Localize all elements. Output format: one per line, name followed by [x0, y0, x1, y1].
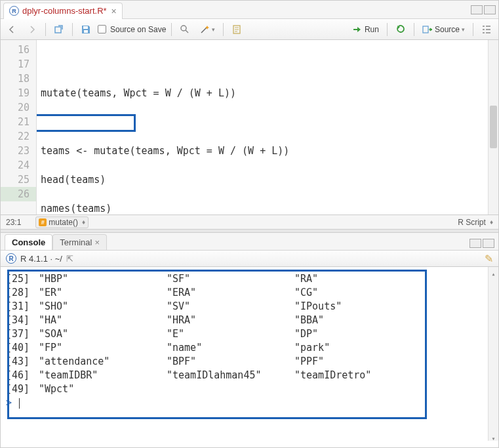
editor-scrollbar[interactable] [488, 40, 498, 214]
source-on-save-label: Source on Save [110, 25, 166, 34]
scroll-down-icon[interactable]: ▾ [489, 432, 498, 441]
code-line: names(teams) [41, 201, 494, 214]
rerun-button[interactable] [393, 23, 409, 36]
maximize-pane-button[interactable] [483, 239, 494, 248]
report-button[interactable] [229, 23, 245, 36]
code-line [41, 57, 494, 71]
run-button[interactable]: Run [349, 23, 382, 36]
separator [473, 23, 473, 36]
code-line: head(teams) [41, 173, 494, 187]
scroll-up-icon[interactable]: ▴ [489, 267, 498, 276]
code-line: teams <- mutate(teams, Wpct = W / (W + L… [41, 144, 494, 158]
svg-rect-5 [423, 26, 428, 33]
console-tab-bar: Console Terminal× [1, 233, 498, 251]
gutter: 1617181920212223242526 [1, 40, 37, 214]
pane-controls [471, 5, 496, 14]
highlight-box-editor [37, 114, 136, 132]
close-icon[interactable]: × [111, 6, 117, 16]
wd-popup-icon[interactable]: ⇱ [66, 254, 73, 264]
editor-status-bar: 23:1 # mutate() ♦ R Script ♦ [1, 214, 498, 229]
console-output[interactable]: [25]"HBP""SF""RA" [28]"ER""ERA""CG" [31]… [1, 267, 498, 441]
function-icon: # [39, 218, 47, 226]
forward-button[interactable] [24, 23, 40, 36]
r-file-icon: R [9, 6, 19, 16]
svg-rect-1 [83, 26, 88, 29]
code-editor[interactable]: 1617181920212223242526 mutate(teams, Wpc… [1, 40, 498, 214]
console-info-bar: R R 4.1.1 · ~/ ⇱ ✎ [1, 251, 498, 267]
file-name: dplyr-columns-start.R* [22, 6, 107, 16]
file-tab-bar: R dplyr-columns-start.R* × [1, 1, 498, 19]
minimize-pane-button[interactable] [471, 5, 483, 14]
separator [387, 23, 388, 36]
highlight-box-console [7, 270, 427, 419]
tab-console[interactable]: Console [5, 234, 52, 250]
svg-point-3 [181, 26, 186, 31]
code-line: mutate(teams, Wpct = W / (W + L)) [41, 86, 494, 100]
separator [72, 23, 73, 36]
pane-controls [469, 239, 494, 248]
sort-icon: ♦ [82, 218, 85, 226]
svg-rect-2 [84, 30, 88, 33]
r-version: R 4.1.1 · ~/ [20, 254, 62, 264]
editor-toolbar: Source on Save ▾ Run Source ▾ [1, 19, 498, 40]
tab-terminal[interactable]: Terminal× [52, 234, 107, 250]
svg-rect-0 [55, 27, 61, 33]
find-button[interactable] [177, 23, 193, 36]
back-button[interactable] [5, 23, 20, 36]
file-tab[interactable]: R dplyr-columns-start.R* × [3, 3, 123, 19]
close-icon[interactable]: × [94, 237, 100, 247]
save-button[interactable] [78, 23, 94, 36]
source-on-save-checkbox[interactable] [98, 25, 106, 33]
cursor-position: 23:1 [6, 218, 21, 227]
minimize-pane-button[interactable] [469, 239, 481, 248]
separator [171, 23, 172, 36]
popout-button[interactable] [51, 23, 67, 36]
separator [223, 23, 224, 36]
scrollbar-thumb[interactable] [490, 106, 497, 148]
console-scrollbar[interactable]: ▴ ▾ [488, 267, 498, 441]
separator [45, 23, 46, 36]
maximize-pane-button[interactable] [484, 5, 496, 14]
language-selector[interactable]: R Script ♦ [458, 218, 493, 227]
function-context[interactable]: # mutate() ♦ [35, 216, 89, 228]
separator [414, 23, 414, 36]
clear-console-icon[interactable]: ✎ [485, 253, 493, 265]
outline-button[interactable] [479, 23, 494, 36]
source-button[interactable]: Source ▾ [420, 23, 468, 36]
r-logo-icon: R [6, 253, 16, 264]
wand-button[interactable]: ▾ [197, 23, 218, 36]
code-area[interactable]: mutate(teams, Wpct = W / (W + L)) teams … [37, 40, 498, 214]
